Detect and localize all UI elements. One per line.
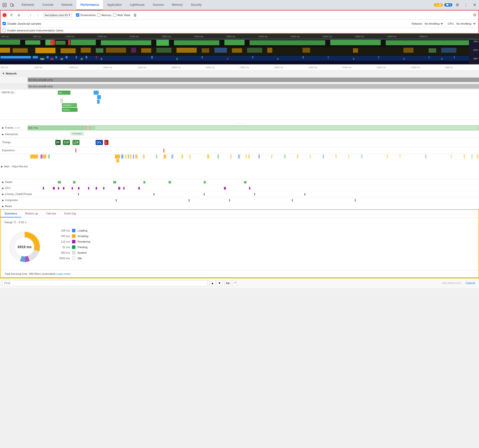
svg-rect-19 [0,48,10,53]
scripting-label: Scripting [77,235,88,238]
flame-byt[interactable]: byt... [58,91,70,95]
summary-tab-calltree[interactable]: Call tree [42,210,60,217]
pie-total-ms: 6919 ms [18,245,31,249]
svg-rect-64 [378,56,379,58]
session-select[interactable]: live.byteoc.com #3 ▾ [43,13,72,17]
svg-rect-69 [30,155,38,159]
seg-0: 493 ms [0,66,34,69]
summary-main: 6919 ms 108 ms Loading 783 ms Scripting … [5,227,474,267]
tab-elements[interactable]: Elements [18,0,38,10]
summary-tab-eventlog[interactable]: Event log [60,210,80,217]
perf-settings-icon[interactable]: ⚙ [473,13,476,17]
reload-button[interactable]: ↺ [9,12,14,18]
interactions-label[interactable]: ▶ Interactions [0,133,28,136]
interactions-lane: Animation [28,131,479,138]
svg-rect-102 [387,155,388,159]
main-thread-label[interactable]: ▶ Main – https://live.byteoc.com/9944/20… [0,165,28,168]
frames-label[interactable]: ▶ Frames .6 ms [0,126,28,129]
timing-fcp[interactable]: FCP [63,140,70,145]
svg-rect-95 [284,155,286,159]
find-next-button[interactable]: ▼ [217,280,223,286]
paint-instrumentation-checkbox[interactable] [3,29,6,32]
memory-checkbox-label[interactable]: Memory [97,13,111,17]
seg-3: 1993 ms [103,66,137,69]
summary-tabs: Summary Bottom-up Call tree Event log [1,210,478,218]
experience-label: Experience [0,149,28,152]
disable-js-label: Disable JavaScript samples [7,22,41,25]
cpu-throttle-select[interactable]: No throttling 4× slowdown 6× slowdown [455,22,476,25]
find-cancel-button[interactable]: Cancel [464,281,477,285]
flame-gray[interactable] [60,99,63,103]
find-input[interactable] [2,280,208,286]
disable-js-checkbox[interactable] [3,22,6,25]
raster-bar-1 [58,181,61,183]
network-throttle-select[interactable]: No throttling Fast 3G Slow 3G [424,22,444,25]
record-button[interactable] [3,13,7,17]
tab-sources[interactable]: Sources [149,0,168,10]
screenshots-checkbox[interactable] [76,13,79,17]
svg-rect-47 [55,56,57,58]
inspect-icon[interactable] [1,2,8,9]
top-nav: Elements Console Network Performance App… [0,0,479,10]
tab-performance[interactable]: Performance [76,0,103,10]
webvitals-checkbox-label[interactable]: Web Vitals [113,13,130,17]
trash-icon[interactable]: 🗑 [133,13,137,17]
flame-vendors[interactable]: vendors... [62,103,77,107]
upload-button[interactable]: ↑ [28,12,33,18]
frame-block-1[interactable]: 416.7 ms [28,126,83,130]
learn-more-link[interactable]: Learn more [56,272,70,275]
seg-13: 6993 m [445,66,479,69]
clear-button[interactable]: ⊘ [16,12,22,18]
summary-tab-bottomup[interactable]: Bottom-up [21,210,42,217]
timing-l[interactable]: L [104,140,108,145]
svg-rect-49 [66,56,68,58]
ruler-mark-8: 4493 ms [258,35,290,38]
flame-livemo[interactable]: livemo... [62,108,77,112]
tab-security[interactable]: Security [187,0,206,10]
device-toggle-icon[interactable] [9,2,16,9]
webvitals-checkbox[interactable] [113,13,116,17]
tab-network[interactable]: Network [57,0,76,10]
performance-overview[interactable]: FPS CPU NET [0,39,479,64]
close-icon[interactable]: ✕ [471,2,478,9]
settings-icon[interactable]: ⚙ [454,2,461,9]
flame-blue-2[interactable] [97,95,101,99]
svg-rect-10 [156,40,169,46]
match-case-button[interactable]: Aa [225,280,231,286]
more-icon[interactable]: ⋮ [462,2,469,9]
flame-blue-3[interactable] [97,100,100,104]
timing-fp[interactable]: FP [55,140,61,145]
timing-dcl[interactable]: DCL [96,140,103,145]
download-button[interactable]: ↓ [35,12,41,18]
network-request-1[interactable]: list (mcs.snssdk.com) [28,78,479,82]
child-io-label[interactable]: ▶ Chrome_ChildIOThread [0,193,28,196]
media-label[interactable]: ▶ Media [0,205,28,208]
timings-row: Timings FP FCP LCP DCL L [0,138,479,147]
find-prev-button[interactable]: ▲ [210,280,216,286]
network-request-2[interactable]: list (mcs.snssdk.com) [28,84,479,89]
regex-button[interactable]: .* [232,280,237,286]
tab-memory[interactable]: Memory [168,0,187,10]
disable-js-item[interactable]: Disable JavaScript samples [3,22,41,25]
summary-panel: Summary Bottom-up Call tree Event log Ra… [0,209,479,278]
network-section-header[interactable]: ▼ Network [0,70,479,77]
network-toggle[interactable]: ▼ Network [0,72,28,75]
tab-console[interactable]: Console [38,0,57,10]
svg-rect-98 [323,155,324,159]
cpu-throttle[interactable]: CPU: No throttling 4× slowdown 6× slowdo… [448,22,476,25]
paint-instrumentation-item[interactable]: Enable advanced paint instrumentation (s… [1,28,478,33]
memory-checkbox[interactable] [97,13,100,17]
tab-application[interactable]: Application [103,0,126,10]
gpu-label[interactable]: ▶ GPU [0,187,28,190]
flame-blue-1[interactable] [94,91,99,95]
compositor-label[interactable]: ▶ Compositor [0,199,28,202]
animation-badge: Animation [70,132,84,135]
timing-lcp[interactable]: LCP [72,140,79,145]
network-throttle[interactable]: Network: No throttling Fast 3G Slow 3G [412,22,444,25]
screenshots-checkbox-label[interactable]: Screenshots [76,13,96,17]
ellipsis-row: ... [0,120,479,125]
summary-tab-summary[interactable]: Summary [1,210,21,217]
seg-4: 2493 ms [137,66,171,69]
tab-lighthouse[interactable]: Lighthouse [126,0,149,10]
raster-label[interactable]: ▶ Raster [0,181,28,183]
